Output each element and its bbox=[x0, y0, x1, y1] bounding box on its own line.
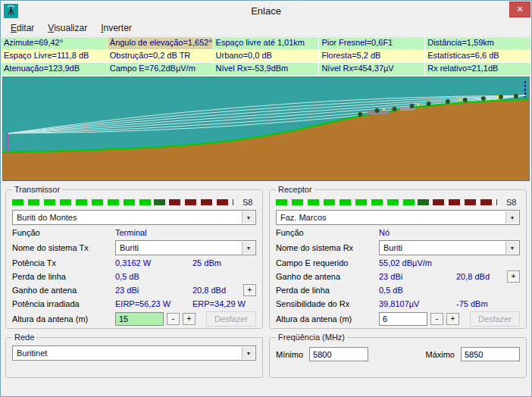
tx-funcao-row: Função Terminal bbox=[12, 227, 256, 239]
chevron-down-icon[interactable] bbox=[242, 347, 255, 359]
rx-required-field-row: Campo E requerido 55,02 dBµV/m bbox=[276, 257, 520, 269]
rx-antenna-height-label: Altura da antena (m) bbox=[276, 314, 379, 324]
frequency-max-input[interactable] bbox=[461, 347, 520, 361]
rx-station-value: Faz. Marcos bbox=[280, 213, 327, 222]
tx-power-label: Potência Tx bbox=[12, 258, 115, 267]
info-obstrucao: Obstrução=0,2 dB TR bbox=[108, 50, 213, 62]
tx-antenna-gain-dbi: 23 dBi bbox=[115, 286, 192, 295]
info-campo-e: Campo E=76,2dBµV/m bbox=[108, 63, 213, 75]
tx-line-loss-value: 0,5 dB bbox=[115, 272, 139, 281]
info-azimute: Azimute=69,42° bbox=[2, 37, 107, 49]
tx-funcao-label: Função bbox=[12, 228, 115, 237]
rx-system-combo[interactable]: Buriti bbox=[379, 240, 520, 255]
info-nivel-rx-uv: Nível Rx=454,37µV bbox=[319, 63, 424, 75]
chevron-down-icon[interactable] bbox=[242, 242, 255, 254]
network-combo[interactable]: Buritinet bbox=[12, 345, 256, 361]
info-espaco-livre-ate: Espaço livre até 1,01km bbox=[214, 37, 319, 49]
tx-system-label: Nome do sistema Tx bbox=[12, 243, 115, 252]
rx-line-loss-row: Perda de linha 0,5 dB bbox=[276, 284, 520, 296]
receiver-groupbox: Receptor S8 Faz. Marcos Função Nó Nome d… bbox=[269, 185, 527, 329]
chevron-down-icon[interactable] bbox=[505, 242, 518, 254]
rx-station-combo[interactable]: Faz. Marcos bbox=[276, 210, 520, 225]
frequency-row: Mínimo Máximo bbox=[276, 347, 520, 361]
transmitter-groupbox: Transmissor S8 Buriti do Montes Função T… bbox=[5, 185, 263, 329]
info-atenuacao: Atenuação=123,9dB bbox=[2, 63, 107, 75]
frequency-groupbox: Freqüência (MHz) Mínimo Máximo bbox=[269, 333, 527, 378]
tx-system-combo[interactable]: Buriti bbox=[115, 240, 256, 255]
chevron-down-icon[interactable] bbox=[505, 211, 518, 224]
rx-sensitivity-uv: 39,8107µV bbox=[379, 299, 456, 308]
transmitter-title: Transmissor bbox=[12, 185, 62, 194]
rx-sensitivity-label: Sensibilidade do Rx bbox=[276, 299, 379, 308]
meter-darkgreen-segment bbox=[418, 199, 433, 205]
tx-antenna-height-row: Altura da antena (m) - + Desfazer bbox=[12, 311, 256, 327]
tx-power-watts: 0,3162 W bbox=[115, 258, 192, 267]
tx-antenna-height-input[interactable] bbox=[115, 312, 164, 326]
rx-antenna-plus-button[interactable]: + bbox=[507, 270, 520, 283]
rx-antenna-gain-dbi: 23 dBi bbox=[379, 272, 456, 281]
rx-signal-meter-row: S8 bbox=[276, 197, 520, 208]
info-rx-relativo: Rx relativo=21,1dB bbox=[425, 63, 530, 75]
rx-signal-units: S8 bbox=[506, 198, 520, 207]
tx-height-increase-button[interactable]: + bbox=[183, 313, 196, 325]
network-groupbox: Rede Buritinet bbox=[5, 333, 263, 378]
rx-height-decrease-button[interactable]: - bbox=[430, 313, 443, 325]
rx-antenna-gain-label: Ganho de antena bbox=[276, 272, 379, 281]
tx-antenna-gain-row: Ganho de antena 23 dBi 20,8 dBd + bbox=[12, 284, 256, 296]
frequency-title: Freqüência (MHz) bbox=[276, 333, 347, 342]
close-button[interactable]: ✕ bbox=[509, 2, 530, 17]
tx-funcao-value: Terminal bbox=[115, 228, 147, 237]
terrain-profile-chart bbox=[2, 77, 530, 181]
meter-red-segment bbox=[433, 199, 497, 205]
info-angulo-elevacao: Ângulo de elevação=1,652° bbox=[108, 37, 213, 49]
meter-darkgreen-segment bbox=[154, 199, 169, 205]
tx-station-combo[interactable]: Buriti do Montes bbox=[12, 210, 256, 225]
rx-antenna-gain-row: Ganho de antena 23 dBi 20,8 dBd + bbox=[276, 270, 520, 283]
menubar: Editar Visualizar Inverter bbox=[1, 20, 531, 36]
menu-editar[interactable]: Editar bbox=[4, 21, 41, 35]
frequency-min-input[interactable] bbox=[309, 347, 368, 361]
tx-signal-meter-row: S8 bbox=[12, 197, 256, 208]
info-urbano: Urbano=0,0 dB bbox=[214, 50, 319, 62]
rx-line-loss-value: 0,5 dB bbox=[379, 286, 403, 295]
tx-signal-meter bbox=[12, 199, 233, 205]
rx-signal-meter bbox=[276, 199, 497, 205]
rx-antenna-height-row: Altura da antena (m) - + Desfazer bbox=[276, 311, 520, 327]
rx-system-value: Buriti bbox=[383, 243, 402, 252]
tx-rx-panels: Transmissor S8 Buriti do Montes Função T… bbox=[1, 181, 531, 329]
tx-antenna-gain-label: Ganho de antena bbox=[12, 286, 115, 295]
tx-antenna-plus-button[interactable]: + bbox=[243, 284, 256, 296]
tx-system-value: Buriti bbox=[120, 243, 139, 252]
meter-green-segment bbox=[276, 199, 418, 205]
rx-antenna-gain-dbd: 20,8 dBd bbox=[456, 272, 490, 281]
info-pior-fresnel: Pior Fresnel=0,6F1 bbox=[319, 37, 424, 49]
enlace-window: Enlace ✕ Editar Visualizar Inverter Azim… bbox=[0, 0, 532, 397]
tx-signal-units: S8 bbox=[243, 198, 256, 207]
rx-system-label: Nome do sistema Rx bbox=[276, 243, 379, 252]
rx-antenna-height-input[interactable] bbox=[379, 312, 427, 326]
window-title: Enlace bbox=[1, 5, 531, 17]
chevron-down-icon[interactable] bbox=[242, 211, 255, 224]
rx-height-increase-button[interactable]: + bbox=[446, 313, 459, 325]
rx-undo-button[interactable]: Desfazer bbox=[470, 311, 520, 327]
tx-undo-button[interactable]: Desfazer bbox=[206, 311, 256, 327]
rx-required-field-value: 55,02 dBµV/m bbox=[379, 258, 432, 267]
network-title: Rede bbox=[12, 333, 36, 342]
tx-radiated-power-row: Potência irradiada EIRP=56,23 W ERP=34,2… bbox=[12, 298, 256, 310]
info-distancia: Distância=1,59km bbox=[425, 37, 530, 49]
rx-sensitivity-dbm: -75 dBm bbox=[456, 299, 488, 308]
tx-line-loss-row: Perda de linha 0,5 dB bbox=[12, 270, 256, 283]
menu-visualizar[interactable]: Visualizar bbox=[41, 21, 94, 35]
meter-green-segment bbox=[12, 199, 154, 205]
info-nivel-rx-dbm: Nível Rx=-53,9dBm bbox=[214, 63, 319, 75]
tx-radiated-power-label: Potência irradiada bbox=[12, 299, 115, 308]
meter-red-segment bbox=[169, 199, 233, 205]
rx-funcao-value: Nó bbox=[379, 228, 390, 237]
tx-power-dbm: 25 dBm bbox=[192, 258, 221, 267]
info-estatisticas: Estatísticas=6,6 dB bbox=[425, 50, 530, 62]
tx-erp-value: ERP=34,29 W bbox=[192, 299, 246, 308]
frequency-max-label: Máximo bbox=[425, 350, 455, 359]
tx-antenna-gain-dbd: 20,8 dBd bbox=[192, 286, 226, 295]
menu-inverter[interactable]: Inverter bbox=[94, 21, 139, 35]
tx-height-decrease-button[interactable]: - bbox=[167, 313, 180, 325]
